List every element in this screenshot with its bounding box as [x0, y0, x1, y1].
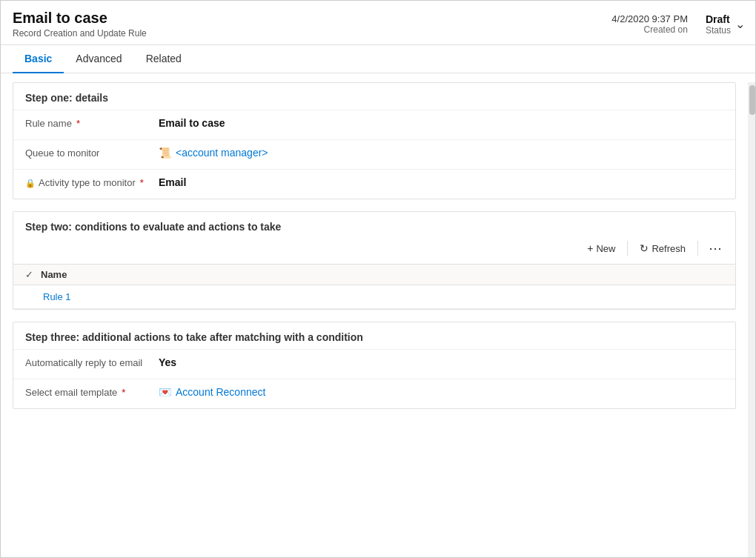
queue-monitor-label: Queue to monitor: [25, 146, 159, 159]
tab-basic[interactable]: Basic: [13, 45, 64, 73]
field-rule-name: Rule name * Email to case: [13, 110, 735, 139]
step-two-title: Step two: conditions to evaluate and act…: [25, 221, 723, 233]
step-two-header: Step two: conditions to evaluate and act…: [13, 212, 735, 233]
step-two-section: Step two: conditions to evaluate and act…: [13, 211, 736, 310]
email-template-value[interactable]: 💌 Account Reconnect: [159, 385, 723, 398]
queue-monitor-value[interactable]: 📜 <account manager>: [159, 146, 723, 159]
auto-reply-value: Yes: [159, 356, 723, 368]
refresh-button[interactable]: ↻ Refresh: [634, 239, 692, 257]
field-auto-reply: Automatically reply to email Yes: [13, 349, 735, 379]
grid-row-rule1[interactable]: Rule 1: [43, 291, 71, 302]
field-queue-monitor: Queue to monitor 📜 <account manager>: [13, 139, 735, 169]
header-created-label: Created on: [611, 24, 688, 35]
status-block: Draft Status ⌄: [706, 13, 745, 36]
lock-icon: 🔒: [25, 179, 36, 188]
header-left: Email to case Record Creation and Update…: [13, 10, 147, 39]
rule-name-value: Email to case: [159, 116, 723, 129]
queue-icon: 📜: [159, 147, 171, 159]
field-email-template: Select email template * 💌 Account Reconn…: [13, 379, 735, 408]
activity-type-label: 🔒 Activity type to monitor *: [25, 176, 159, 188]
step-three-title: Step three: additional actions to take a…: [13, 322, 735, 349]
new-button[interactable]: + New: [581, 239, 621, 257]
scrollbar[interactable]: [748, 82, 756, 558]
status-value: Draft: [706, 13, 731, 25]
grid-col-name: Name: [41, 269, 723, 280]
tab-related[interactable]: Related: [134, 45, 193, 73]
toolbar-separator-2: [697, 241, 698, 256]
activity-type-required: *: [140, 177, 144, 188]
template-icon: 💌: [159, 386, 171, 398]
grid-header: ✓ Name: [13, 264, 735, 285]
main-content: Step one: details Rule name * Email to c…: [1, 73, 748, 550]
status-chevron-icon[interactable]: ⌄: [735, 17, 745, 31]
rule-name-required: *: [76, 118, 80, 129]
step-one-section: Step one: details Rule name * Email to c…: [13, 82, 736, 199]
activity-type-value: Email: [159, 176, 723, 188]
tab-advanced[interactable]: Advanced: [64, 45, 133, 73]
header-right: 4/2/2020 9:37 PM Created on Draft Status…: [611, 13, 745, 36]
step-one-title: Step one: details: [13, 83, 735, 110]
email-template-label: Select email template *: [25, 385, 159, 398]
grid-check-icon: ✓: [25, 269, 33, 280]
header-meta: 4/2/2020 9:37 PM Created on: [611, 13, 688, 35]
scrollbar-thumb[interactable]: [749, 85, 755, 115]
field-activity-type: 🔒 Activity type to monitor * Email: [13, 169, 735, 199]
step-three-section: Step three: additional actions to take a…: [13, 322, 736, 409]
header-date: 4/2/2020 9:37 PM: [611, 13, 688, 24]
auto-reply-label: Automatically reply to email: [25, 356, 159, 368]
grid-row: Rule 1: [13, 285, 735, 309]
more-options-button[interactable]: ⋯: [704, 239, 726, 258]
email-template-required: *: [122, 387, 125, 398]
plus-icon: +: [587, 242, 593, 254]
status-label: Status: [706, 25, 731, 36]
refresh-icon: ↻: [640, 242, 649, 254]
page-subtitle: Record Creation and Update Rule: [13, 28, 147, 39]
tabs-bar: Basic Advanced Related: [1, 45, 756, 73]
page-title: Email to case: [13, 10, 147, 27]
header: Email to case Record Creation and Update…: [1, 1, 756, 45]
toolbar-separator: [627, 241, 628, 256]
step-two-toolbar: + New ↻ Refresh ⋯: [13, 233, 735, 264]
rule-name-label: Rule name *: [25, 116, 159, 129]
